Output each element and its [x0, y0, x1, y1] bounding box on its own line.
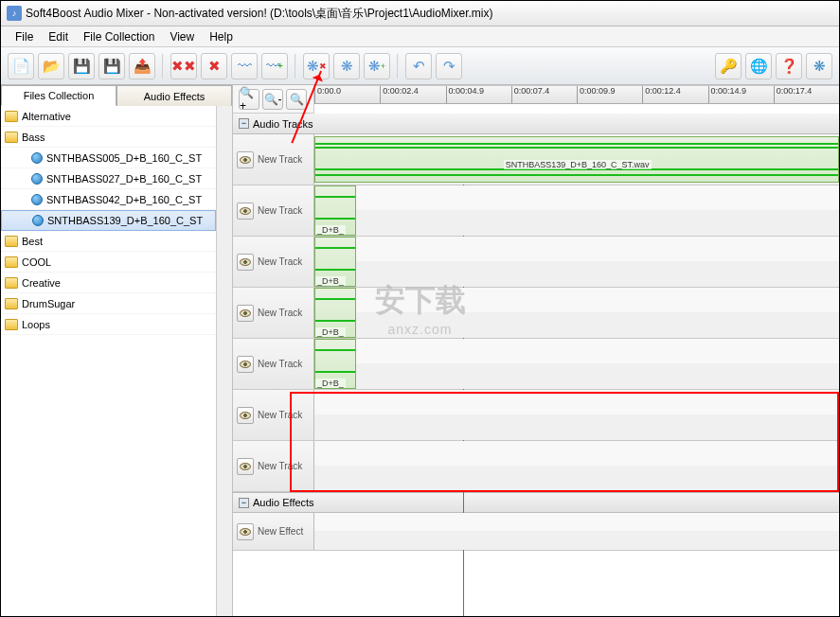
tracks-area: New Track SNTHBASS139_D+B_160_C_ST.wav N… — [233, 134, 839, 616]
separator — [397, 54, 399, 79]
effect-body[interactable] — [314, 513, 839, 550]
track-body[interactable] — [314, 441, 839, 491]
track-row: New Track _D+B_ — [233, 237, 839, 288]
track-body[interactable]: SNTHBASS139_D+B_160_C_ST.wav — [314, 134, 839, 185]
visibility-toggle[interactable] — [237, 203, 254, 220]
file-label: SNTHBASS027_D+B_160_C_ST — [46, 173, 202, 185]
web-button[interactable]: 🌐 — [745, 53, 772, 79]
folder-label: DrumSugar — [22, 298, 75, 309]
menu-file[interactable]: File — [9, 28, 40, 45]
menu-edit[interactable]: Edit — [42, 28, 75, 45]
folder-icon — [5, 319, 18, 330]
effect-header[interactable]: New Effect — [233, 513, 314, 550]
visibility-toggle[interactable] — [237, 356, 254, 373]
fx-add-button[interactable]: ❋+ — [364, 53, 390, 79]
track-row: New Track _D+B_ — [233, 288, 839, 339]
eye-icon — [240, 528, 251, 536]
track-body[interactable] — [314, 390, 839, 440]
save-button[interactable]: 💾 — [68, 53, 95, 79]
menu-help[interactable]: Help — [203, 28, 240, 45]
folder-drumsugar[interactable]: DrumSugar — [1, 293, 216, 314]
fx-settings-button[interactable]: ❋ — [333, 53, 360, 79]
time-ruler[interactable]: 0:00.0 0:00:02.4 0:00:04.9 0:00:07.4 0:0… — [314, 85, 839, 104]
folder-label: Best — [22, 236, 43, 247]
track-body[interactable]: _D+B_ — [314, 288, 839, 338]
audio-clip[interactable]: SNTHBASS139_D+B_160_C_ST.wav — [314, 136, 839, 183]
tab-files-collection[interactable]: Files Collection — [1, 85, 116, 106]
visibility-toggle[interactable] — [237, 254, 254, 271]
key-button[interactable]: 🔑 — [715, 53, 742, 79]
app-icon: ♪ — [7, 6, 22, 21]
folder-loops[interactable]: Loops — [1, 314, 216, 335]
clip-label: _D+B_ — [315, 379, 346, 388]
visibility-toggle[interactable] — [237, 305, 254, 322]
collapse-icon[interactable]: − — [239, 118, 249, 129]
delete-all-button[interactable]: ✖✖ — [170, 53, 197, 79]
track-header[interactable]: New Track — [233, 339, 314, 389]
folder-icon — [5, 298, 18, 309]
track-header[interactable]: New Track — [233, 390, 314, 440]
visibility-toggle[interactable] — [237, 458, 254, 475]
new-button[interactable]: 📄 — [8, 53, 34, 79]
track-label: New Track — [258, 308, 302, 318]
audio-clip[interactable]: _D+B_ — [314, 288, 356, 338]
ruler-tick: 0:00:04.9 — [446, 86, 511, 103]
zoom-fit-button[interactable]: 🔍 — [286, 89, 307, 110]
tab-audio-effects[interactable]: Audio Effects — [116, 85, 232, 106]
undo-button[interactable]: ↶ — [405, 53, 432, 79]
tree-scrollbar[interactable] — [216, 106, 232, 616]
eye-icon — [240, 463, 251, 470]
about-button[interactable]: ❋ — [806, 53, 832, 79]
folder-cool[interactable]: COOL — [1, 252, 216, 273]
delete-button[interactable]: ✖ — [201, 53, 227, 79]
file-item[interactable]: SNTHBASS027_D+B_160_C_ST — [1, 168, 216, 189]
eye-icon — [240, 361, 251, 368]
file-item[interactable]: SNTHBASS042_D+B_160_C_ST — [1, 189, 216, 210]
zoom-in-button[interactable]: 🔍+ — [239, 89, 259, 110]
ruler-tick: 0:00:02.4 — [380, 86, 445, 103]
add-track-button[interactable]: 〰+ — [261, 53, 288, 79]
audio-file-icon — [31, 152, 43, 164]
track-header[interactable]: New Track — [233, 288, 314, 338]
visibility-toggle[interactable] — [237, 407, 254, 424]
collapse-icon[interactable]: − — [239, 498, 249, 508]
track-header[interactable]: New Track — [233, 441, 314, 491]
audio-clip[interactable]: _D+B_ — [314, 185, 356, 236]
menu-file-collection[interactable]: File Collection — [77, 28, 161, 45]
zoom-out-button[interactable]: 🔍- — [262, 89, 283, 110]
folder-bass[interactable]: Bass — [1, 127, 216, 148]
track-body[interactable]: _D+B_ — [314, 185, 839, 236]
eye-icon — [240, 207, 251, 215]
visibility-toggle[interactable] — [237, 151, 254, 168]
file-tree[interactable]: Alternative Bass SNTHBASS005_D+B_160_C_S… — [1, 106, 216, 616]
track-header[interactable]: New Track — [233, 134, 314, 185]
effect-row: New Effect — [233, 513, 839, 551]
file-item-selected[interactable]: SNTHBASS139_D+B_160_C_ST — [1, 210, 216, 231]
audio-file-icon — [32, 215, 44, 226]
redo-button[interactable]: ↷ — [436, 53, 462, 79]
menu-view[interactable]: View — [163, 28, 201, 45]
export-button[interactable]: 📤 — [129, 53, 155, 79]
visibility-toggle[interactable] — [237, 523, 254, 540]
audio-clip[interactable]: _D+B_ — [314, 339, 356, 389]
help-button[interactable]: ❓ — [776, 53, 802, 79]
main-area: Files Collection Audio Effects Alternati… — [1, 85, 839, 616]
zoom-toolbar: 🔍+ 🔍- 🔍 — [233, 85, 314, 114]
audio-effects-header[interactable]: − Audio Effects — [233, 492, 839, 513]
track-header[interactable]: New Track — [233, 185, 314, 236]
folder-alternative[interactable]: Alternative — [1, 106, 216, 127]
track-body[interactable]: _D+B_ — [314, 339, 839, 389]
folder-best[interactable]: Best — [1, 231, 216, 252]
save-as-button[interactable]: 💾 — [98, 53, 125, 79]
wave-button[interactable]: 〰 — [231, 53, 258, 79]
open-button[interactable]: 📂 — [38, 53, 64, 79]
file-item[interactable]: SNTHBASS005_D+B_160_C_ST — [1, 148, 216, 168]
audio-tracks-header[interactable]: − Audio Tracks — [233, 114, 839, 134]
eye-icon — [240, 309, 251, 317]
folder-creative[interactable]: Creative — [1, 273, 216, 293]
audio-clip[interactable]: _D+B_ — [314, 237, 356, 287]
track-header[interactable]: New Track — [233, 237, 314, 287]
track-body[interactable]: _D+B_ — [314, 237, 839, 287]
track-row: New Track — [233, 390, 839, 441]
fx-delete-button[interactable]: ❋✖ — [303, 53, 330, 79]
